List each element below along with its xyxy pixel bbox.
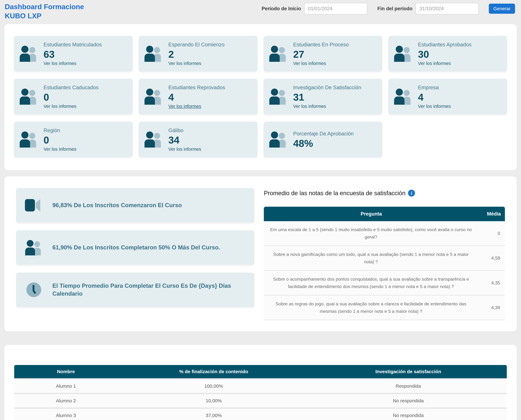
completion-value: 37,00% bbox=[118, 413, 310, 418]
view-reports-link[interactable]: Ver los informes bbox=[44, 61, 102, 66]
clock-icon bbox=[24, 282, 43, 298]
stat-cards-panel: Estudiantes Matriculados 63 Ver los info… bbox=[4, 24, 517, 170]
people-icon bbox=[14, 88, 44, 105]
kpi-text: El Tiempo Promedio Para Completar El Cur… bbox=[52, 282, 250, 298]
survey-average: 0 bbox=[478, 231, 505, 236]
survey-average: 4,39 bbox=[478, 305, 505, 310]
stat-card-galibo: Gálibo 34 Ver los informes bbox=[139, 121, 258, 157]
survey-question: Sobre as regras do jogo, qual a sua aval… bbox=[264, 300, 478, 315]
stat-card-title: Empresa bbox=[418, 84, 451, 91]
view-reports-link[interactable]: Ver los informes bbox=[44, 147, 76, 152]
survey-average: 4,58 bbox=[478, 255, 505, 261]
people-icon bbox=[139, 88, 168, 105]
question-column-header: Pregunta bbox=[264, 211, 479, 217]
people-icon bbox=[14, 131, 44, 148]
survey-table: Pregunta Média Em uma escala de 1 a 5 (s… bbox=[264, 207, 505, 320]
stat-card-matriculados: Estudiantes Matriculados 63 Ver los info… bbox=[14, 36, 133, 71]
completion-column-header: % de finalización de contenido bbox=[118, 369, 310, 374]
survey-column-header: Investigación de satisfacción bbox=[310, 369, 507, 374]
video-camera-icon bbox=[24, 197, 43, 213]
stat-card-esperando: Esperando El Comienzo 2 Ver los informes bbox=[139, 36, 258, 71]
stat-card-porcentaje-aprobacion: Porcentaje De Aprobación 48% bbox=[263, 121, 382, 157]
student-name: Alumno 1 bbox=[14, 383, 118, 389]
stat-card-title: Porcentaje De Aprobación bbox=[293, 130, 354, 137]
stat-card-title: Región bbox=[44, 127, 76, 134]
summary-section: 96,83% De Los Inscritos Comenzaron El Cu… bbox=[4, 176, 517, 331]
stat-card-value: 4 bbox=[168, 92, 225, 102]
table-row: Alumno 2 10,00% No respondida bbox=[14, 393, 507, 408]
survey-row: Sobre o acompanhamento dos pontos conqui… bbox=[264, 271, 505, 295]
stat-card-value: 63 bbox=[44, 49, 102, 59]
end-period-label: Fin del período bbox=[377, 6, 413, 12]
app-title-line2: KUBO LXP bbox=[5, 11, 84, 21]
stat-card-region: Región 0 Ver los informes bbox=[14, 121, 133, 157]
people-icon bbox=[139, 45, 168, 62]
kpi-panel-completed-half: 61,90% De Los Inscritos Completaron 50% … bbox=[16, 230, 254, 265]
stat-card-reprovados: Estudiantes Reprovados 4 Ver los informe… bbox=[139, 79, 258, 114]
students-table: Nombre % de finalización de contenido In… bbox=[14, 365, 507, 420]
stat-card-investigacion: Investigación De Satisfacción 31 Ver los… bbox=[263, 79, 382, 114]
survey-question: Sobre o acompanhamento dos pontos conqui… bbox=[264, 275, 478, 290]
stat-card-title: Gálibo bbox=[168, 127, 201, 134]
stat-card-value: 0 bbox=[44, 92, 99, 102]
student-name: Alumno 3 bbox=[14, 413, 118, 418]
completion-value: 100,00% bbox=[118, 383, 310, 389]
stat-card-value: 4 bbox=[418, 92, 451, 102]
view-reports-link[interactable]: Ver los informes bbox=[293, 61, 349, 66]
view-reports-link[interactable]: Ver los informes bbox=[293, 104, 361, 109]
stat-card-value: 34 bbox=[168, 135, 201, 145]
stat-card-title: Estudiantes Reprovados bbox=[168, 84, 225, 91]
stat-card-value: 27 bbox=[293, 49, 349, 59]
survey-averages: Promedio de las notas de la encuesta de … bbox=[264, 188, 505, 320]
stat-card-title: Estudiantes Aprobados bbox=[418, 41, 471, 48]
people-icon bbox=[388, 45, 418, 62]
stat-card-title: Estudiantes Caducados bbox=[44, 84, 99, 91]
view-reports-link[interactable]: Ver los informes bbox=[44, 104, 99, 109]
start-period-input[interactable] bbox=[304, 3, 367, 15]
table-row: Alumno 3 37,00% No respondida bbox=[14, 408, 507, 420]
stat-card-value: 0 bbox=[44, 135, 76, 145]
top-bar: Dashboard Formacione KUBO LXP Período de… bbox=[0, 0, 521, 24]
app-title: Dashboard Formacione KUBO LXP bbox=[5, 2, 84, 20]
survey-table-header: Pregunta Média bbox=[264, 207, 505, 221]
people-icon bbox=[24, 240, 43, 255]
stat-card-value: 2 bbox=[168, 49, 224, 59]
stat-card-value: 30 bbox=[418, 49, 471, 59]
completion-value: 10,00% bbox=[118, 398, 310, 404]
view-reports-link[interactable]: Ver los informes bbox=[168, 147, 201, 152]
stat-card-value: 31 bbox=[293, 92, 361, 102]
end-period-input[interactable] bbox=[416, 3, 479, 15]
view-reports-link[interactable]: Ver los informes bbox=[168, 104, 225, 109]
stat-card-en-proceso: Estudiantes En Proceso 27 Ver los inform… bbox=[263, 36, 382, 71]
survey-question: Sobre a nova gamificação como um todo, q… bbox=[264, 251, 478, 265]
people-icon bbox=[263, 88, 293, 105]
name-column-header: Nombre bbox=[14, 369, 118, 374]
kpi-panel-started: 96,83% De Los Inscritos Comenzaron El Cu… bbox=[16, 188, 254, 222]
student-name: Alumno 2 bbox=[14, 398, 118, 404]
stat-card-title: Esperando El Comienzo bbox=[168, 41, 224, 48]
people-icon bbox=[263, 131, 293, 148]
stat-card-title: Estudiantes En Proceso bbox=[293, 41, 349, 48]
app-title-line1: Dashboard Formacione bbox=[5, 2, 84, 11]
survey-section-title: Promedio de las notas de la encuesta de … bbox=[264, 190, 505, 197]
survey-average: 4,35 bbox=[478, 280, 505, 285]
period-controls: Período de Início Fin del período Genera… bbox=[262, 3, 515, 15]
survey-row: Em uma escala de 1 a 5 (sendo 1 muito in… bbox=[264, 221, 505, 246]
generate-button[interactable]: Generar bbox=[489, 4, 515, 14]
info-icon[interactable]: i bbox=[408, 190, 415, 197]
stat-card-title: Estudiantes Matriculados bbox=[44, 41, 102, 48]
table-row: Alumno 1 100,00% Respondida bbox=[14, 378, 507, 393]
view-reports-link[interactable]: Ver los informes bbox=[168, 61, 224, 66]
people-icon bbox=[388, 88, 418, 105]
stat-card-title: Investigación De Satisfacción bbox=[293, 84, 361, 91]
average-column-header: Média bbox=[479, 211, 505, 217]
survey-status: No respondida bbox=[310, 398, 507, 404]
kpi-panel-average-time: El Tiempo Promedio Para Completar El Cur… bbox=[16, 273, 254, 307]
people-icon bbox=[14, 45, 44, 62]
stat-card-caducados: Estudiantes Caducados 0 Ver los informes bbox=[14, 79, 133, 114]
view-reports-link[interactable]: Ver los informes bbox=[418, 104, 451, 109]
people-icon bbox=[139, 131, 168, 148]
stat-card-value: 48% bbox=[293, 138, 354, 148]
view-reports-link[interactable]: Ver los informes bbox=[418, 61, 471, 66]
survey-title-text: Promedio de las notas de la encuesta de … bbox=[264, 190, 406, 197]
